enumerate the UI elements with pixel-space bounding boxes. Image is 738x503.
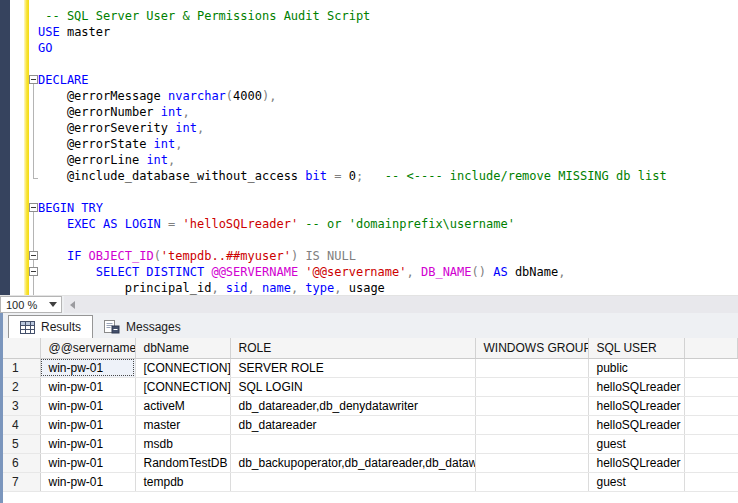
grid-cell[interactable]: helloSQLreader	[588, 377, 684, 396]
code-line[interactable]: SELECT DISTINCT @@SERVERNAME '@@serverna…	[38, 264, 738, 280]
tab-results[interactable]: Results	[8, 315, 93, 338]
grid-cell[interactable]	[475, 453, 588, 472]
results-pane: Results Messages @@servernamedbNameROLEW…	[0, 313, 738, 503]
grid-cell[interactable]: RandomTestDB	[135, 453, 230, 472]
grid-cell-filler	[684, 434, 738, 453]
grid-cell[interactable]: SQL LOGIN	[230, 377, 475, 396]
code-line[interactable]	[38, 184, 738, 200]
editor-margin-bar	[0, 0, 10, 295]
code-line[interactable]: -- SQL Server User & Permissions Audit S…	[38, 8, 738, 24]
code-line[interactable]: IF OBJECT_ID('tempdb..##myuser') IS NULL	[38, 248, 738, 264]
code-line[interactable]: BEGIN TRY	[38, 200, 738, 216]
grid-column-header[interactable]: WINDOWS GROUP	[475, 338, 588, 358]
grid-cell[interactable]: win-pw-01	[40, 358, 135, 377]
grid-cell[interactable]	[475, 434, 588, 453]
grid-column-header[interactable]: @@servername	[40, 338, 135, 358]
grid-cell[interactable]: guest	[588, 434, 684, 453]
tab-messages[interactable]: Messages	[93, 315, 192, 338]
grid-cell[interactable]: db_backupoperator,db_datareader,db_dataw…	[230, 453, 475, 472]
arrow-left-icon	[70, 301, 75, 309]
code-line[interactable]: @errorState int,	[38, 136, 738, 152]
grid-cell[interactable]: [CONNECTION]	[135, 358, 230, 377]
grid-cell[interactable]: helloSQLreader	[588, 453, 684, 472]
fold-collapse-button[interactable]	[29, 251, 38, 260]
grid-cell[interactable]: [CONNECTION]	[135, 377, 230, 396]
grid-corner-cell[interactable]	[3, 338, 40, 358]
zoom-level-dropdown[interactable]: 100 %	[0, 296, 62, 313]
grid-header-row: @@servernamedbNameROLEWINDOWS GROUPSQL U…	[3, 338, 738, 358]
grid-cell[interactable]: msdb	[135, 434, 230, 453]
grid-cell[interactable]	[475, 472, 588, 491]
grid-cell[interactable]: tempdb	[135, 472, 230, 491]
horizontal-scrollbar[interactable]	[64, 296, 738, 313]
grid-cell[interactable]: db_datareader,db_denydatawriter	[230, 396, 475, 415]
grid-cell[interactable]	[475, 396, 588, 415]
grid-row: 3win-pw-01activeMdb_datareader,db_denyda…	[3, 396, 738, 415]
grid-cell[interactable]	[475, 377, 588, 396]
grid-cell[interactable]: db_datareader	[230, 415, 475, 434]
results-grid[interactable]: @@servernamedbNameROLEWINDOWS GROUPSQL U…	[3, 338, 738, 503]
grid-row: 2win-pw-01[CONNECTION]SQL LOGINhelloSQLr…	[3, 377, 738, 396]
results-pane-tabs: Results Messages	[3, 313, 738, 338]
code-line[interactable]: @errorMessage nvarchar(4000),	[38, 88, 738, 104]
grid-cell[interactable]	[230, 434, 475, 453]
fold-collapse-button[interactable]	[29, 75, 38, 84]
grid-cell-filler	[684, 358, 738, 377]
fold-collapse-button[interactable]	[29, 267, 38, 276]
grid-cell[interactable]: win-pw-01	[40, 377, 135, 396]
fold-connector-line	[33, 276, 34, 295]
grid-cell[interactable]: helloSQLreader	[588, 396, 684, 415]
grid-column-header[interactable]: ROLE	[230, 338, 475, 358]
grid-cell[interactable]: SERVER ROLE	[230, 358, 475, 377]
fold-collapse-button[interactable]	[29, 203, 38, 212]
fold-connector-line	[33, 212, 34, 251]
code-line[interactable]: @include_database_without_access bit = 0…	[38, 168, 738, 184]
zoom-level-value: 100 %	[6, 299, 37, 311]
grid-row-number[interactable]: 3	[3, 396, 40, 415]
tab-results-label: Results	[41, 320, 81, 334]
code-area[interactable]: -- SQL Server User & Permissions Audit S…	[38, 8, 738, 295]
code-line[interactable]: principal_id, sid, name, type, usage	[38, 280, 738, 295]
grid-cell[interactable]: win-pw-01	[40, 415, 135, 434]
tab-messages-label: Messages	[126, 320, 181, 334]
grid-cell[interactable]	[475, 358, 588, 377]
code-line[interactable]: EXEC AS LOGIN = 'helloSQLreader' -- or '…	[38, 216, 738, 232]
results-grid-icon	[20, 321, 35, 334]
grid-cell[interactable]	[475, 415, 588, 434]
grid-cell[interactable]	[230, 472, 475, 491]
grid-row: 7win-pw-01tempdbguest	[3, 472, 738, 491]
grid-cell-filler	[684, 453, 738, 472]
grid-cell[interactable]: public	[588, 358, 684, 377]
code-line[interactable]	[38, 232, 738, 248]
scroll-left-button[interactable]	[64, 296, 81, 313]
grid-cell[interactable]: win-pw-01	[40, 472, 135, 491]
grid-cell-filler	[684, 472, 738, 491]
grid-row: 4win-pw-01masterdb_datareaderhelloSQLrea…	[3, 415, 738, 434]
grid-row-number[interactable]: 6	[3, 453, 40, 472]
grid-cell-filler	[684, 415, 738, 434]
grid-row-number[interactable]: 1	[3, 358, 40, 377]
grid-column-header[interactable]: dbName	[135, 338, 230, 358]
grid-cell[interactable]: helloSQLreader	[588, 415, 684, 434]
grid-row-number[interactable]: 4	[3, 415, 40, 434]
fold-connector-line	[33, 84, 34, 178]
code-line[interactable]: @errorNumber int,	[38, 104, 738, 120]
code-line[interactable]: USE master	[38, 24, 738, 40]
grid-cell[interactable]: win-pw-01	[40, 453, 135, 472]
grid-row-number[interactable]: 5	[3, 434, 40, 453]
grid-cell[interactable]: win-pw-01	[40, 434, 135, 453]
code-line[interactable]: GO	[38, 40, 738, 56]
grid-column-header[interactable]: SQL USER	[588, 338, 684, 358]
code-line[interactable]: @errorLine int,	[38, 152, 738, 168]
grid-header-filler	[684, 338, 738, 358]
grid-row-number[interactable]: 7	[3, 472, 40, 491]
code-line[interactable]: DECLARE	[38, 72, 738, 88]
grid-cell[interactable]: guest	[588, 472, 684, 491]
grid-cell[interactable]: activeM	[135, 396, 230, 415]
code-line[interactable]	[38, 56, 738, 72]
code-line[interactable]: @errorSeverity int,	[38, 120, 738, 136]
grid-row-number[interactable]: 2	[3, 377, 40, 396]
grid-cell[interactable]: master	[135, 415, 230, 434]
sql-query-editor[interactable]: -- SQL Server User & Permissions Audit S…	[0, 0, 738, 295]
grid-cell[interactable]: win-pw-01	[40, 396, 135, 415]
